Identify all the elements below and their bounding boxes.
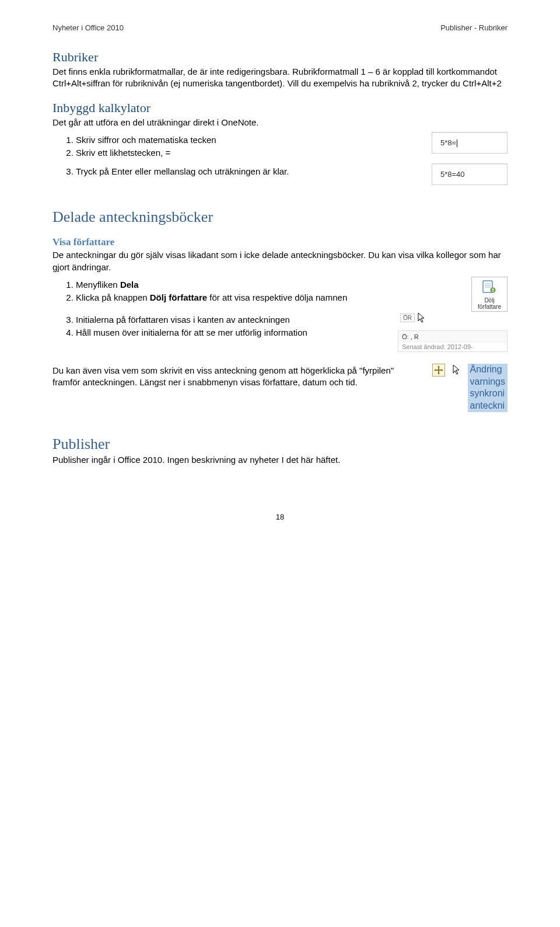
four-arrow-move-handle[interactable]	[432, 364, 445, 377]
list-item: Menyfliken Dela	[76, 279, 460, 291]
highlighted-text-block: Ändring varnings synkroni anteckni	[468, 364, 508, 412]
visa-paragraph-1: De anteckningar du gör själv visas likad…	[52, 249, 508, 273]
calc-value-1: 5*8=	[440, 138, 456, 147]
publisher-paragraph: Publisher ingår i Office 2010. Ingen bes…	[52, 454, 508, 466]
hide-authors-button[interactable]: Dölj författare	[471, 277, 508, 312]
kalkylator-paragraph: Det går att utföra en del uträkningar di…	[52, 117, 508, 128]
document-person-icon	[481, 280, 498, 296]
heading-publisher: Publisher	[52, 435, 508, 453]
list-item: Initialerna på författaren visas i kante…	[76, 314, 386, 326]
highlight-line: anteckni	[468, 400, 508, 412]
text-cursor	[457, 140, 457, 147]
page-number: 18	[52, 513, 508, 521]
svg-point-5	[492, 288, 494, 290]
list-item: Klicka på knappen Dölj författare för at…	[76, 292, 460, 304]
highlight-line: Ändring	[468, 364, 508, 376]
move-handle-and-highlight: Ändring varnings synkroni anteckni	[432, 364, 508, 412]
list-item: Håll musen över initialerna för att se m…	[76, 327, 386, 339]
author-tooltip: Ö: , R Senast ändrad: 2012-09-	[398, 330, 508, 352]
author-initials-row: ÖR	[398, 312, 426, 323]
cursor-pointer-icon	[452, 364, 461, 375]
list-item: Skriv siffror och matematiska tecken	[76, 134, 420, 146]
heading-rubriker: Rubriker	[52, 50, 508, 65]
calc-value-2: 5*8=40	[440, 170, 465, 179]
highlight-line: synkroni	[468, 388, 508, 400]
calc-input-box-1: 5*8=	[432, 132, 508, 154]
header-left: Nyheter i Office 2010	[52, 23, 124, 32]
heading-visa-forfattare: Visa författare	[52, 236, 508, 248]
hide-authors-label: Dölj författare	[478, 297, 501, 310]
list-item: Skriv ett likhetstecken, =	[76, 147, 420, 159]
heading-delade: Delade anteckningsböcker	[52, 208, 508, 226]
rubriker-paragraph: Det finns enkla rubrikformatmallar, de ä…	[52, 66, 508, 90]
cursor-pointer-icon	[417, 312, 426, 323]
list-item: Tryck på Enter eller mellanslag och uträ…	[76, 166, 420, 177]
author-tooltip-modified: Senast ändrad: 2012-09-	[402, 343, 473, 350]
calc-input-box-2: 5*8=40	[432, 163, 508, 185]
header-right: Publisher - Rubriker	[440, 23, 508, 32]
visa-paragraph-2: Du kan även visa vem som skrivit en viss…	[52, 365, 421, 389]
highlight-line: varnings	[468, 376, 508, 388]
author-tooltip-line1: Ö: , R	[402, 333, 419, 340]
heading-kalkylator: Inbyggd kalkylator	[52, 100, 508, 116]
author-initials-tag: ÖR	[400, 313, 415, 322]
svg-point-4	[491, 288, 495, 292]
